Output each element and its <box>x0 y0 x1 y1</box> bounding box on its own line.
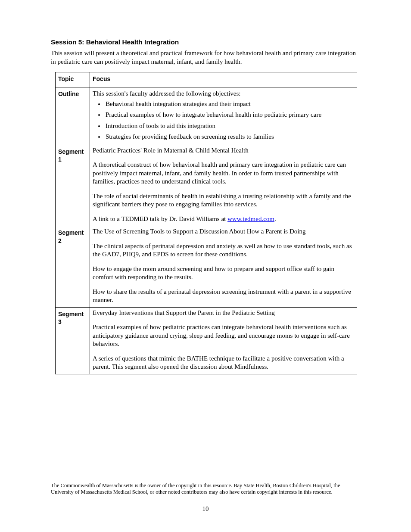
row-label-segment-3: Segment 3 <box>56 307 90 374</box>
table-row: Outline This session's faculty addressed… <box>56 87 357 145</box>
session-outline-table: Topic Focus Outline This session's facul… <box>55 72 357 374</box>
table-row: Segment 2 The Use of Screening Tools to … <box>56 226 357 308</box>
list-item: Introduction of tools to aid this integr… <box>105 122 354 131</box>
table-header-row: Topic Focus <box>56 72 357 87</box>
segment-1-link-post: . <box>274 215 276 222</box>
list-item: Practical examples of how to integrate b… <box>105 111 354 119</box>
row-body-outline: This session's faculty addressed the fol… <box>90 87 357 145</box>
header-focus: Focus <box>90 72 357 87</box>
segment-3-p2: A series of questions that mimic the BAT… <box>93 355 354 371</box>
copyright-footnote: The Commonwealth of Massachusetts is the… <box>51 482 360 496</box>
segment-1-title: Pediatric Practices' Role in Maternal & … <box>93 146 354 155</box>
row-body-segment-3: Everyday Interventions that Support the … <box>90 307 357 374</box>
tedmed-link[interactable]: www.tedmed.com <box>227 215 274 222</box>
segment-3-title: Everyday Interventions that Support the … <box>93 309 354 317</box>
segment-1-p2: The role of social determinants of healt… <box>93 192 354 209</box>
segment-1-p3: A link to a TEDMED talk by Dr. David Wil… <box>93 215 354 224</box>
row-label-outline: Outline <box>56 87 90 145</box>
segment-1-p1: A theoretical construct of how behaviora… <box>93 161 354 186</box>
segment-2-p3: How to share the results of a perinatal … <box>93 288 354 305</box>
row-label-segment-2: Segment 2 <box>56 226 90 308</box>
segment-2-title: The Use of Screening Tools to Support a … <box>93 227 354 236</box>
header-topic: Topic <box>56 72 90 87</box>
session-intro: This session will present a theoretical … <box>51 49 361 66</box>
session-title: Session 5: Behavioral Health Integration <box>51 38 360 47</box>
segment-3-p1: Practical examples of how pediatric prac… <box>93 323 354 348</box>
table-row: Segment 3 Everyday Interventions that Su… <box>56 307 357 374</box>
list-item: Strategies for providing feedback on scr… <box>105 133 354 141</box>
page-number: 10 <box>0 505 411 513</box>
row-body-segment-2: The Use of Screening Tools to Support a … <box>90 226 357 308</box>
segment-1-link-pre: A link to a TEDMED talk by Dr. David Wil… <box>93 215 227 222</box>
row-body-segment-1: Pediatric Practices' Role in Maternal & … <box>90 145 357 226</box>
outline-bullets: Behavioral health integration strategies… <box>93 100 354 141</box>
page-container: Session 5: Behavioral Health Integration… <box>0 0 411 532</box>
outline-lead: This session's faculty addressed the fol… <box>93 90 354 98</box>
segment-2-p1: The clinical aspects of perinatal depres… <box>93 242 354 259</box>
row-label-segment-1: Segment 1 <box>56 145 90 226</box>
segment-2-p2: How to engage the mom around screening a… <box>93 265 354 282</box>
list-item: Behavioral health integration strategies… <box>105 100 354 109</box>
table-row: Segment 1 Pediatric Practices' Role in M… <box>56 145 357 226</box>
